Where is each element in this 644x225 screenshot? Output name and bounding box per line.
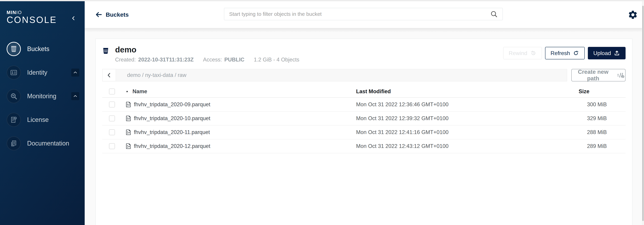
table-row[interactable]: fhvhv_tripdata_2020-12.parquet Mon Oct 3… xyxy=(102,139,626,153)
object-name[interactable]: fhvhv_tripdata_2020-11.parquet xyxy=(134,129,210,135)
sidebar-item-label: Monitoring xyxy=(27,93,56,100)
column-header-name[interactable]: Name xyxy=(132,88,147,95)
content-area: demo Created: 2022-10-31T11:31:23Z Acces… xyxy=(85,28,644,225)
select-all-checkbox[interactable] xyxy=(109,89,115,94)
object-size: 329 MiB xyxy=(555,115,607,122)
created-label: Created: xyxy=(115,57,136,63)
rewind-icon xyxy=(530,50,536,56)
bucket-header: demo Created: 2022-10-31T11:31:23Z Acces… xyxy=(102,45,626,63)
object-name[interactable]: fhvhv_tripdata_2020-10.parquet xyxy=(134,115,210,122)
object-file-icon xyxy=(125,115,132,122)
settings-button[interactable] xyxy=(628,10,638,20)
access-value: PUBLIC xyxy=(224,57,244,63)
monitoring-icon xyxy=(6,89,21,103)
object-size: 289 MiB xyxy=(555,143,607,149)
sidebar: MINIO CONSOLE Buckets Identity xyxy=(0,1,85,225)
bucket-meta: Created: 2022-10-31T11:31:23Z Access: PU… xyxy=(115,57,300,63)
create-new-path-label: Create new path xyxy=(572,69,614,82)
rewind-button[interactable]: Rewind xyxy=(503,47,542,59)
object-file-icon xyxy=(125,143,132,150)
sidebar-collapse-button[interactable] xyxy=(70,14,77,22)
bucket-browser-card: demo Created: 2022-10-31T11:31:23Z Acces… xyxy=(95,38,632,225)
upload-icon xyxy=(614,50,620,56)
breadcrumb[interactable]: demo / ny-taxi-data / raw xyxy=(116,69,567,81)
path-bar: demo / ny-taxi-data / raw xyxy=(102,69,567,81)
bucket-icon xyxy=(6,42,21,56)
window-top-edge xyxy=(0,0,644,1)
logo-min: MIN xyxy=(6,10,16,15)
column-header-modified[interactable]: Last Modified xyxy=(356,88,555,95)
upload-button[interactable]: Upload xyxy=(588,47,626,59)
refresh-button[interactable]: Refresh xyxy=(545,47,585,59)
page-scrollbar[interactable] xyxy=(642,1,644,225)
row-checkbox[interactable] xyxy=(109,143,115,149)
object-size: 300 MiB xyxy=(555,101,607,108)
sidebar-item-identity[interactable]: Identity xyxy=(0,61,85,84)
table-row[interactable]: fhvhv_tripdata_2020-11.parquet Mon Oct 3… xyxy=(102,126,626,139)
main-area: Buckets demo Created: 2022 xyxy=(85,1,644,225)
path-row: demo / ny-taxi-data / raw Create new pat… xyxy=(102,69,626,81)
sidebar-item-label: Documentation xyxy=(27,140,69,147)
bucket-actions: Rewind Refresh Upload xyxy=(503,45,626,59)
identity-icon xyxy=(6,65,21,80)
table-header-row: Name Last Modified Size xyxy=(102,86,626,98)
refresh-label: Refresh xyxy=(551,50,570,56)
object-file-icon xyxy=(125,101,132,108)
chevron-left-icon xyxy=(106,72,112,78)
created-value: 2022-10-31T11:31:23Z xyxy=(138,57,194,63)
rewind-label: Rewind xyxy=(509,50,527,56)
table-row[interactable]: fhvhv_tripdata_2020-10.parquet Mon Oct 3… xyxy=(102,112,626,126)
row-checkbox[interactable] xyxy=(109,115,115,121)
bucket-name: demo xyxy=(115,45,300,54)
refresh-icon xyxy=(573,50,579,56)
sidebar-item-label: Buckets xyxy=(27,45,50,53)
search-icon xyxy=(490,10,498,18)
gear-icon xyxy=(628,10,638,20)
sidebar-item-license[interactable]: License xyxy=(0,108,85,132)
back-arrow-icon[interactable] xyxy=(95,11,102,18)
objects-table: Name Last Modified Size fhvhv_tripdata_2… xyxy=(102,86,626,153)
sidebar-item-monitoring[interactable]: Monitoring xyxy=(0,84,85,108)
sidebar-item-label: Identity xyxy=(27,69,47,76)
scrollbar-thumb[interactable] xyxy=(642,6,644,221)
topbar: Buckets xyxy=(85,1,644,28)
bucket-usage: 1.2 GiB - 4 Objects xyxy=(254,57,300,63)
logo-io: IO xyxy=(16,10,22,15)
row-checkbox[interactable] xyxy=(109,102,115,107)
documentation-icon xyxy=(6,136,21,151)
create-new-path-button[interactable]: Create new path xyxy=(571,69,626,81)
minio-console-app: MINIO CONSOLE Buckets Identity xyxy=(0,0,644,225)
minio-console-logo: MINIO CONSOLE xyxy=(6,10,57,25)
object-last-modified: Mon Oct 31 2022 12:36:46 GMT+0100 xyxy=(356,101,555,108)
chevron-left-icon xyxy=(71,16,76,21)
object-file-icon xyxy=(125,129,132,136)
object-last-modified: Mon Oct 31 2022 12:43:12 GMT+0100 xyxy=(356,143,555,149)
access-label: Access: xyxy=(203,57,222,63)
object-size: 288 MiB xyxy=(555,129,607,135)
upload-label: Upload xyxy=(594,50,611,56)
object-name[interactable]: fhvhv_tripdata_2020-09.parquet xyxy=(134,101,210,108)
search-input[interactable] xyxy=(229,11,490,17)
object-last-modified: Mon Oct 31 2022 12:39:32 GMT+0100 xyxy=(356,115,555,122)
chevron-up-icon[interactable] xyxy=(71,92,79,100)
object-filter-search xyxy=(224,8,503,20)
topbar-back-link[interactable]: Buckets xyxy=(106,11,129,18)
license-icon xyxy=(6,113,21,127)
sidebar-nav: Buckets Identity Monitoring xyxy=(0,37,85,155)
sidebar-item-buckets[interactable]: Buckets xyxy=(0,37,85,61)
sort-ascending-icon[interactable] xyxy=(125,90,129,93)
column-header-size[interactable]: Size xyxy=(555,88,607,95)
bucket-icon xyxy=(102,46,109,55)
new-path-icon xyxy=(617,72,625,78)
object-name[interactable]: fhvhv_tripdata_2020-12.parquet xyxy=(134,143,210,149)
chevron-up-icon[interactable] xyxy=(71,69,79,77)
row-checkbox[interactable] xyxy=(109,129,115,135)
path-back-button[interactable] xyxy=(102,69,116,81)
object-last-modified: Mon Oct 31 2022 12:41:16 GMT+0100 xyxy=(356,129,555,135)
sidebar-item-label: License xyxy=(27,116,49,123)
table-row[interactable]: fhvhv_tripdata_2020-09.parquet Mon Oct 3… xyxy=(102,98,626,112)
logo-console: CONSOLE xyxy=(6,15,57,25)
sidebar-item-documentation[interactable]: Documentation xyxy=(0,132,85,155)
